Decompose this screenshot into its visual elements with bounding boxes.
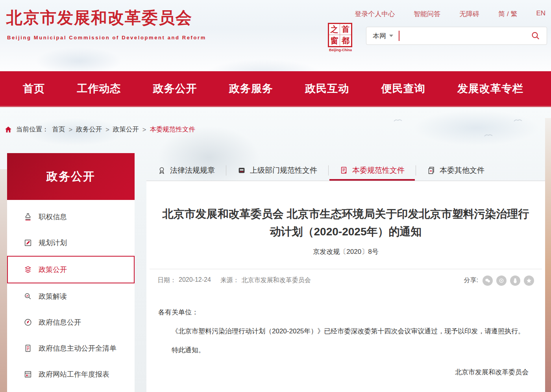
sidebar-item-label: 政府网站工作年度报表	[39, 370, 109, 379]
stamp-icon	[24, 212, 33, 222]
search-button[interactable]	[531, 31, 540, 41]
salutation: 各有关单位：	[158, 306, 533, 319]
sidebar-item-label: 政府信息公开	[39, 318, 81, 327]
sidebar-item-decision-catalog[interactable]: 决策目录	[7, 387, 135, 392]
site-logo-subtitle: Beijing Municipal Commission of Developm…	[7, 35, 206, 41]
accessibility-link[interactable]: 无障碍	[459, 9, 479, 18]
files-icon	[427, 166, 436, 175]
search-icon	[531, 31, 540, 41]
weibo-icon[interactable]	[496, 276, 507, 286]
sidebar-item-policy-interpretation[interactable]: 政策解读	[7, 283, 135, 309]
seal-caption: Beijing-China	[328, 48, 353, 52]
home-icon[interactable]	[4, 126, 13, 133]
sidebar-item-label: 政策解读	[39, 292, 67, 301]
seal-char: 都	[340, 35, 351, 46]
breadcrumb-item-policy[interactable]: 政策公开	[113, 125, 139, 134]
date-label: 日期：	[157, 276, 176, 285]
nav-item-reform-special[interactable]: 发展改革专栏	[457, 81, 523, 96]
tab-label: 本委规范性文件	[352, 165, 405, 176]
search-scope-dropdown[interactable]: 本网	[373, 31, 393, 41]
signature: 北京市发展和改革委员会	[158, 366, 533, 379]
list-document-icon	[24, 344, 33, 353]
simplified-traditional-toggle[interactable]: 简 / 繁	[498, 9, 517, 18]
breadcrumb-item-home[interactable]: 首页	[52, 125, 65, 134]
article-title: 北京市发展和改革委员会 北京市生态环境局关于印发北京市塑料污染治理行动计划（20…	[162, 205, 529, 241]
nav-item-public-interaction[interactable]: 政民互动	[305, 81, 349, 96]
login-personal-center-link[interactable]: 登录个人中心	[355, 9, 395, 18]
tab-label: 法律法规规章	[170, 165, 215, 176]
page: 北京市发展和改革委员会 Beijing Municipal Commission…	[0, 0, 551, 392]
sidebar-item-authority-info[interactable]: 职权信息	[7, 204, 135, 230]
seal-char: 之	[329, 24, 340, 35]
site-logo-title: 北京市发展和改革委员会	[6, 7, 192, 29]
search-scope-label: 本网	[373, 31, 386, 41]
content-tabs: 法律法规规章 上级部门规范性文件 本委规范性文件	[146, 161, 545, 180]
red-document-icon	[340, 166, 348, 175]
breadcrumb-separator: >	[105, 126, 109, 133]
share-label: 分享:	[464, 276, 478, 285]
smart-qa-link[interactable]: 智能问答	[414, 9, 440, 18]
nav-item-government-services[interactable]: 政务服务	[229, 81, 273, 96]
sidebar-item-gov-info-disclosure[interactable]: 政府信息公开	[7, 309, 135, 335]
bird-watermark	[394, 118, 402, 122]
tab-separator	[328, 165, 329, 176]
breadcrumb-separator: >	[142, 126, 146, 133]
tab-separator	[226, 165, 226, 176]
tab-label: 本委其他文件	[440, 165, 484, 176]
tab-superior-normative-documents[interactable]: 上级部门规范性文件	[227, 161, 327, 180]
search-bar: 本网	[366, 27, 547, 45]
breadcrumb-separator: >	[69, 126, 73, 133]
favorite-star-icon[interactable]	[524, 276, 534, 286]
sidebar-item-planning[interactable]: 规划计划	[7, 230, 135, 256]
cloud-watermark	[35, 47, 122, 75]
interpret-search-icon	[24, 292, 33, 301]
search-input[interactable]	[399, 30, 531, 42]
article-date: 2020-12-24	[179, 276, 211, 285]
sidebar-item-proactive-disclosure-list[interactable]: 政府信息主动公开全清单	[7, 335, 135, 361]
breadcrumb-prefix: 当前位置：	[16, 125, 49, 134]
qq-icon[interactable]	[510, 276, 520, 286]
envelope-icon	[237, 166, 246, 175]
share-bar: 分享:	[464, 276, 534, 286]
compass-icon	[24, 318, 33, 327]
sidebar-item-label: 职权信息	[39, 212, 67, 222]
nav-item-convenience-query[interactable]: 便民查询	[381, 81, 425, 96]
wechat-icon[interactable]	[483, 276, 493, 286]
paragraph: 特此通知。	[158, 344, 533, 357]
tab-commission-other-documents[interactable]: 本委其他文件	[417, 161, 495, 180]
sidebar-item-website-annual-report[interactable]: 政府网站工作年度报表	[7, 361, 135, 387]
sidebar-item-policy-disclosure[interactable]: 政策公开	[7, 256, 135, 283]
english-link[interactable]: EN	[536, 9, 545, 18]
tab-separator	[416, 165, 416, 176]
capital-window-seal-icon: 之 首 窗 都 Beijing-China	[328, 23, 353, 52]
annual-report-icon	[24, 370, 33, 379]
tab-laws-regulations[interactable]: 法律法规规章	[147, 161, 225, 180]
nav-item-home[interactable]: 首页	[23, 81, 45, 96]
nav-item-work-dynamics[interactable]: 工作动态	[77, 81, 121, 96]
chevron-down-icon	[389, 35, 393, 37]
plan-edit-icon	[24, 238, 33, 248]
sidebar-title: 政务公开	[7, 153, 135, 200]
tab-label: 上级部门规范性文件	[250, 165, 317, 176]
seal-char: 首	[340, 24, 351, 35]
law-seal-icon	[157, 166, 166, 175]
article-meta: 日期：2020-12-24 来源：北京市发展和改革委员会 分享:	[157, 276, 534, 286]
tab-commission-normative-documents[interactable]: 本委规范性文件	[329, 161, 415, 180]
divider	[150, 269, 542, 269]
sidebar-item-label: 政府信息主动公开全清单	[39, 344, 116, 353]
main-navigation: 首页 工作动态 政务公开 政务服务 政民互动 便民查询 发展改革专栏	[0, 71, 551, 107]
article-card: 北京市发展和改革委员会 北京市生态环境局关于印发北京市塑料污染治理行动计划（20…	[146, 181, 545, 392]
breadcrumb-item-disclosure[interactable]: 政务公开	[76, 125, 102, 134]
bird-watermark	[514, 118, 522, 122]
breadcrumb-item-current: 本委规范性文件	[150, 125, 195, 134]
source-label: 来源：	[220, 276, 239, 285]
document-number: 京发改规〔2020〕8号	[146, 247, 545, 256]
utility-links: 登录个人中心 智能问答 无障碍 简 / 繁 EN	[355, 9, 545, 18]
left-edge-artwork	[0, 169, 7, 392]
paragraph: 《北京市塑料污染治理行动计划（2020-2025年）》已经市委深改委第十四次会议…	[158, 325, 533, 338]
sidebar-item-label: 政策公开	[39, 265, 67, 274]
cloud-watermark	[413, 110, 539, 146]
nav-item-government-disclosure[interactable]: 政务公开	[153, 81, 197, 96]
breadcrumb: 当前位置： 首页 > 政务公开 > 政策公开 > 本委规范性文件	[4, 125, 195, 134]
layers-icon	[24, 265, 33, 274]
